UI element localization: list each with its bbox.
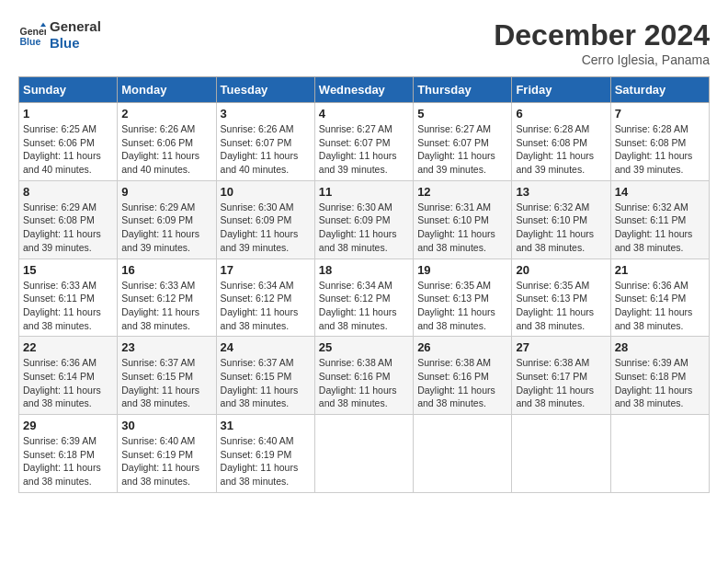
day-number: 27 xyxy=(516,340,606,354)
day-number: 6 xyxy=(516,107,606,121)
column-header-tuesday: Tuesday xyxy=(216,77,314,103)
calendar-cell: 7Sunrise: 6:28 AM Sunset: 6:08 PM Daylig… xyxy=(610,103,709,181)
calendar-cell: 4Sunrise: 6:27 AM Sunset: 6:07 PM Daylig… xyxy=(314,103,413,181)
column-header-wednesday: Wednesday xyxy=(314,77,413,103)
day-info: Sunrise: 6:26 AM Sunset: 6:06 PM Dayligh… xyxy=(121,122,211,177)
day-info: Sunrise: 6:38 AM Sunset: 6:16 PM Dayligh… xyxy=(417,356,507,410)
day-number: 31 xyxy=(221,419,311,432)
svg-marker-2 xyxy=(40,23,46,28)
day-number: 20 xyxy=(516,263,606,277)
column-header-saturday: Saturday xyxy=(610,77,709,103)
calendar-cell: 30Sunrise: 6:40 AM Sunset: 6:19 PM Dayli… xyxy=(118,415,216,493)
day-number: 9 xyxy=(121,185,211,199)
logo: General Blue General Blue xyxy=(18,18,101,52)
day-info: Sunrise: 6:30 AM Sunset: 6:09 PM Dayligh… xyxy=(221,201,311,255)
calendar-cell: 23Sunrise: 6:37 AM Sunset: 6:15 PM Dayli… xyxy=(118,337,216,415)
day-info: Sunrise: 6:36 AM Sunset: 6:14 PM Dayligh… xyxy=(23,356,113,410)
calendar-cell: 29Sunrise: 6:39 AM Sunset: 6:18 PM Dayli… xyxy=(19,415,118,493)
day-info: Sunrise: 6:34 AM Sunset: 6:12 PM Dayligh… xyxy=(221,279,311,333)
calendar-cell: 13Sunrise: 6:32 AM Sunset: 6:10 PM Dayli… xyxy=(512,180,610,259)
logo-icon: General Blue xyxy=(18,21,46,49)
calendar-week-row: 1Sunrise: 6:25 AM Sunset: 6:06 PM Daylig… xyxy=(19,103,710,181)
day-number: 10 xyxy=(221,185,311,199)
calendar-cell: 8Sunrise: 6:29 AM Sunset: 6:08 PM Daylig… xyxy=(19,180,118,259)
calendar-cell: 19Sunrise: 6:35 AM Sunset: 6:13 PM Dayli… xyxy=(414,259,512,337)
day-info: Sunrise: 6:32 AM Sunset: 6:11 PM Dayligh… xyxy=(615,201,705,255)
day-info: Sunrise: 6:39 AM Sunset: 6:18 PM Dayligh… xyxy=(615,356,705,410)
calendar-cell: 1Sunrise: 6:25 AM Sunset: 6:06 PM Daylig… xyxy=(19,103,118,181)
logo-general-text: General xyxy=(50,18,101,35)
day-number: 23 xyxy=(121,340,211,354)
day-number: 29 xyxy=(23,419,113,432)
calendar-cell: 22Sunrise: 6:36 AM Sunset: 6:14 PM Dayli… xyxy=(19,337,118,415)
day-number: 8 xyxy=(23,185,113,199)
day-info: Sunrise: 6:25 AM Sunset: 6:06 PM Dayligh… xyxy=(23,122,113,177)
day-info: Sunrise: 6:36 AM Sunset: 6:14 PM Dayligh… xyxy=(615,279,705,333)
day-info: Sunrise: 6:34 AM Sunset: 6:12 PM Dayligh… xyxy=(319,279,409,333)
calendar-cell: 6Sunrise: 6:28 AM Sunset: 6:08 PM Daylig… xyxy=(512,103,610,181)
day-info: Sunrise: 6:28 AM Sunset: 6:08 PM Dayligh… xyxy=(516,122,606,177)
calendar-cell: 25Sunrise: 6:38 AM Sunset: 6:16 PM Dayli… xyxy=(314,337,413,415)
calendar-cell: 14Sunrise: 6:32 AM Sunset: 6:11 PM Dayli… xyxy=(610,180,709,259)
calendar-week-row: 8Sunrise: 6:29 AM Sunset: 6:08 PM Daylig… xyxy=(19,180,710,259)
calendar-cell: 12Sunrise: 6:31 AM Sunset: 6:10 PM Dayli… xyxy=(414,180,512,259)
day-info: Sunrise: 6:40 AM Sunset: 6:19 PM Dayligh… xyxy=(221,434,311,488)
calendar-week-row: 29Sunrise: 6:39 AM Sunset: 6:18 PM Dayli… xyxy=(19,415,710,493)
day-number: 2 xyxy=(121,107,211,121)
logo-blue-text: Blue xyxy=(50,35,101,52)
day-number: 26 xyxy=(417,340,507,354)
day-number: 28 xyxy=(615,340,705,354)
column-header-thursday: Thursday xyxy=(414,77,512,103)
day-number: 5 xyxy=(417,107,507,121)
day-info: Sunrise: 6:40 AM Sunset: 6:19 PM Dayligh… xyxy=(121,434,211,488)
day-number: 30 xyxy=(121,419,211,432)
day-info: Sunrise: 6:29 AM Sunset: 6:09 PM Dayligh… xyxy=(121,201,211,255)
day-number: 1 xyxy=(23,107,113,121)
calendar-cell: 2Sunrise: 6:26 AM Sunset: 6:06 PM Daylig… xyxy=(118,103,216,181)
day-info: Sunrise: 6:31 AM Sunset: 6:10 PM Dayligh… xyxy=(417,201,507,255)
calendar-cell: 15Sunrise: 6:33 AM Sunset: 6:11 PM Dayli… xyxy=(19,259,118,337)
calendar-cell: 5Sunrise: 6:27 AM Sunset: 6:07 PM Daylig… xyxy=(414,103,512,181)
day-info: Sunrise: 6:39 AM Sunset: 6:18 PM Dayligh… xyxy=(23,434,113,488)
day-number: 16 xyxy=(121,263,211,277)
day-number: 19 xyxy=(417,263,507,277)
calendar-cell: 21Sunrise: 6:36 AM Sunset: 6:14 PM Dayli… xyxy=(610,259,709,337)
day-number: 11 xyxy=(319,185,409,199)
location-label: Cerro Iglesia, Panama xyxy=(494,52,710,67)
day-number: 3 xyxy=(221,107,311,121)
day-info: Sunrise: 6:30 AM Sunset: 6:09 PM Dayligh… xyxy=(319,201,409,255)
day-info: Sunrise: 6:35 AM Sunset: 6:13 PM Dayligh… xyxy=(516,279,606,333)
calendar-cell xyxy=(610,415,709,493)
calendar-cell: 28Sunrise: 6:39 AM Sunset: 6:18 PM Dayli… xyxy=(610,337,709,415)
calendar-cell: 18Sunrise: 6:34 AM Sunset: 6:12 PM Dayli… xyxy=(314,259,413,337)
day-info: Sunrise: 6:38 AM Sunset: 6:17 PM Dayligh… xyxy=(516,356,606,410)
day-info: Sunrise: 6:28 AM Sunset: 6:08 PM Dayligh… xyxy=(615,122,705,177)
column-header-sunday: Sunday xyxy=(19,77,118,103)
day-info: Sunrise: 6:37 AM Sunset: 6:15 PM Dayligh… xyxy=(221,356,311,410)
day-number: 4 xyxy=(319,107,409,121)
calendar-table: SundayMondayTuesdayWednesdayThursdayFrid… xyxy=(18,76,710,493)
calendar-cell: 3Sunrise: 6:26 AM Sunset: 6:07 PM Daylig… xyxy=(216,103,314,181)
day-number: 15 xyxy=(23,263,113,277)
calendar-cell: 11Sunrise: 6:30 AM Sunset: 6:09 PM Dayli… xyxy=(314,180,413,259)
day-number: 24 xyxy=(221,340,311,354)
day-number: 14 xyxy=(615,185,705,199)
day-number: 17 xyxy=(221,263,311,277)
day-info: Sunrise: 6:33 AM Sunset: 6:12 PM Dayligh… xyxy=(121,279,211,333)
calendar-cell xyxy=(414,415,512,493)
calendar-cell: 16Sunrise: 6:33 AM Sunset: 6:12 PM Dayli… xyxy=(118,259,216,337)
day-number: 25 xyxy=(319,340,409,354)
svg-text:Blue: Blue xyxy=(20,36,41,47)
day-info: Sunrise: 6:29 AM Sunset: 6:08 PM Dayligh… xyxy=(23,201,113,255)
day-info: Sunrise: 6:26 AM Sunset: 6:07 PM Dayligh… xyxy=(221,122,311,177)
day-info: Sunrise: 6:37 AM Sunset: 6:15 PM Dayligh… xyxy=(121,356,211,410)
day-info: Sunrise: 6:35 AM Sunset: 6:13 PM Dayligh… xyxy=(417,279,507,333)
calendar-cell: 10Sunrise: 6:30 AM Sunset: 6:09 PM Dayli… xyxy=(216,180,314,259)
day-info: Sunrise: 6:32 AM Sunset: 6:10 PM Dayligh… xyxy=(516,201,606,255)
day-info: Sunrise: 6:33 AM Sunset: 6:11 PM Dayligh… xyxy=(23,279,113,333)
calendar-cell: 26Sunrise: 6:38 AM Sunset: 6:16 PM Dayli… xyxy=(414,337,512,415)
day-number: 12 xyxy=(417,185,507,199)
title-block: December 2024 Cerro Iglesia, Panama xyxy=(494,18,710,67)
day-number: 13 xyxy=(516,185,606,199)
calendar-cell: 24Sunrise: 6:37 AM Sunset: 6:15 PM Dayli… xyxy=(216,337,314,415)
